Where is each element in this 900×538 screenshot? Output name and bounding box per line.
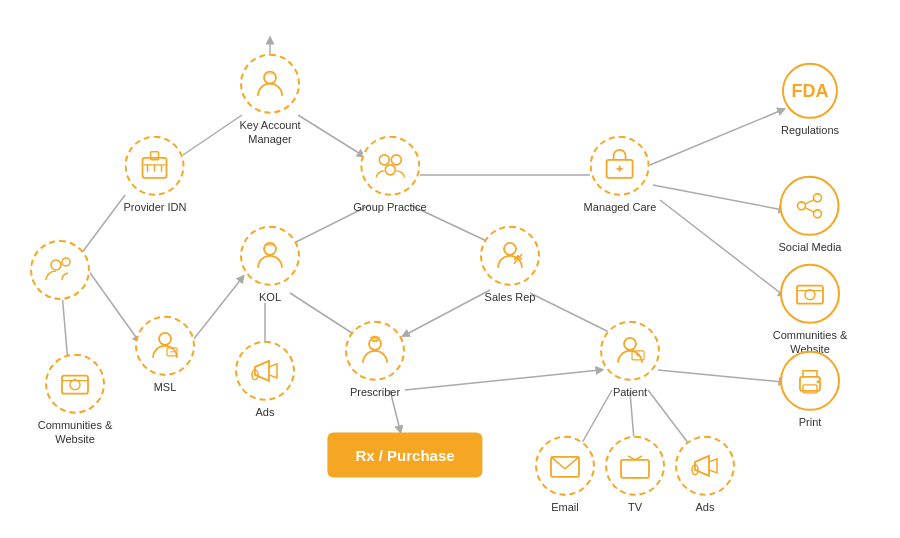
label-fda-regulations: Regulations <box>781 123 839 137</box>
label-managed-care: Managed Care <box>584 200 657 214</box>
icon-msl <box>135 316 195 376</box>
label-tv: TV <box>628 500 642 514</box>
label-prescriber: Prescriber <box>350 385 400 399</box>
icon-fda: FDA <box>782 63 838 119</box>
svg-line-7 <box>405 290 490 335</box>
svg-rect-24 <box>266 72 274 75</box>
icon-prescriber <box>345 321 405 381</box>
label-print: Print <box>799 415 822 429</box>
svg-point-33 <box>385 165 395 175</box>
svg-rect-61 <box>797 286 823 304</box>
node-key-account-manager: Key Account Manager <box>230 54 310 147</box>
icon-patient <box>600 321 660 381</box>
icon-provider-idn <box>125 136 185 196</box>
icon-kol <box>240 226 300 286</box>
label-social-media: Social Media <box>779 240 842 254</box>
icon-managed-care <box>590 136 650 196</box>
svg-point-56 <box>798 202 806 210</box>
label-communities-website-left: Communities & Website <box>35 418 115 447</box>
icon-print <box>780 351 840 411</box>
svg-point-41 <box>159 333 171 345</box>
label-ads-right: Ads <box>696 500 715 514</box>
node-social-media: Social Media <box>779 176 842 254</box>
svg-point-44 <box>51 260 61 270</box>
svg-point-39 <box>504 243 516 255</box>
icon-email <box>535 436 595 496</box>
fda-text: FDA <box>792 80 829 101</box>
svg-rect-46 <box>62 376 88 394</box>
svg-line-11 <box>405 370 600 390</box>
svg-point-31 <box>379 155 389 165</box>
node-ads-left: Ads <box>235 341 295 419</box>
svg-line-16 <box>653 185 783 210</box>
node-kol: KOL <box>240 226 300 304</box>
svg-point-52 <box>624 338 636 350</box>
diagram: Key Account Manager Provider IDN <box>0 0 900 538</box>
svg-point-50 <box>369 338 381 350</box>
label-ads-left: Ads <box>256 405 275 419</box>
svg-point-66 <box>817 380 820 383</box>
icon-communities-website-right <box>780 264 840 324</box>
svg-line-59 <box>806 200 814 204</box>
svg-rect-68 <box>621 460 649 478</box>
icon-sales-rep <box>480 226 540 286</box>
label-group-practice: Group Practice <box>353 200 426 214</box>
svg-line-18 <box>658 370 783 382</box>
node-sales-rep: Sales Rep <box>480 226 540 304</box>
svg-line-21 <box>62 293 68 363</box>
node-print: Print <box>780 351 840 429</box>
node-ads-right: Ads <box>675 436 735 514</box>
label-patient: Patient <box>613 385 647 399</box>
icon-ads-right <box>675 436 735 496</box>
purchase-button[interactable]: Rx / Purchase <box>327 433 482 478</box>
svg-line-17 <box>660 200 783 295</box>
icon-communities-website-far <box>30 240 90 300</box>
svg-point-57 <box>814 194 822 202</box>
node-patient: Patient <box>600 321 660 399</box>
svg-point-32 <box>391 155 401 165</box>
svg-line-9 <box>193 278 242 340</box>
icon-group-practice <box>360 136 420 196</box>
icon-key-account-manager <box>240 54 300 114</box>
node-group-practice: Group Practice <box>353 136 426 214</box>
icon-tv <box>605 436 665 496</box>
node-communities-website-right: Communities & Website <box>770 264 850 357</box>
label-email: Email <box>551 500 579 514</box>
node-provider-idn: Provider IDN <box>124 136 187 214</box>
label-key-account-manager: Key Account Manager <box>230 118 310 147</box>
node-communities-website-far <box>30 240 90 300</box>
node-prescriber: Prescriber <box>345 321 405 399</box>
svg-point-58 <box>814 210 822 218</box>
node-fda-regulations: FDA Regulations <box>781 63 839 137</box>
node-tv: TV <box>605 436 665 514</box>
node-communities-website-left: Communities & Website <box>35 354 115 447</box>
label-sales-rep: Sales Rep <box>485 290 536 304</box>
label-provider-idn: Provider IDN <box>124 200 187 214</box>
node-email: Email <box>535 436 595 514</box>
node-managed-care: Managed Care <box>584 136 657 214</box>
label-msl: MSL <box>154 380 177 394</box>
svg-line-60 <box>806 208 814 212</box>
node-msl: MSL <box>135 316 195 394</box>
svg-point-45 <box>62 258 70 266</box>
icon-ads-left <box>235 341 295 401</box>
label-kol: KOL <box>259 290 281 304</box>
svg-line-19 <box>88 270 138 340</box>
svg-line-15 <box>650 110 782 165</box>
icon-communities-website-left <box>45 354 105 414</box>
icon-social-media <box>780 176 840 236</box>
